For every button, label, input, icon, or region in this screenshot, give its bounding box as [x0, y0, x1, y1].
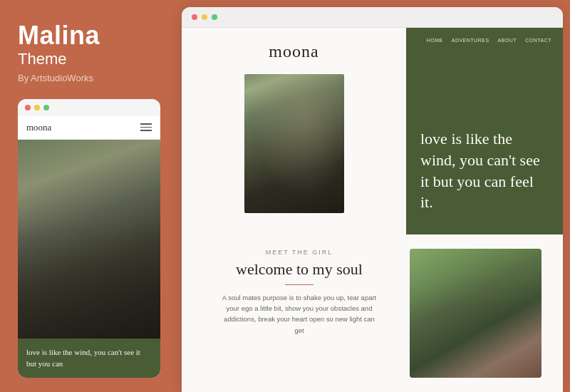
wedding-couple-image-main: [244, 74, 344, 213]
meet-label: MEET THE GIRL: [266, 249, 333, 256]
sidebar: Malina Theme By ArtstudioWorks moona lov…: [0, 0, 175, 392]
theme-title: Malina Theme By ArtstudioWorks: [18, 21, 160, 99]
site-logo: moona: [269, 42, 318, 61]
nav-about[interactable]: ABOUT: [498, 38, 517, 43]
hero-quote-text: love is like the wind, you can't see it …: [420, 128, 549, 213]
welcome-body-text: A soul mates purpose is to shake you up,…: [221, 292, 378, 336]
theme-subtitle: Theme: [18, 50, 160, 68]
theme-author: By ArtstudioWorks: [18, 73, 160, 83]
browser-top-section: moona HOME ADVENTURES ABOUT CONTACT love…: [182, 28, 563, 234]
welcome-section: MEET THE GIRL welcome to my soul A soul …: [203, 249, 395, 378]
dot-yellow: [34, 105, 40, 110]
outdoor-image-container: [410, 249, 542, 378]
main-hero-image-container: [244, 74, 344, 213]
mobile-hero-image: [18, 140, 160, 339]
divider: [285, 284, 314, 285]
browser-dot-yellow: [202, 14, 207, 20]
mobile-preview-card: moona love is like the wind, you can't s…: [18, 99, 160, 378]
browser-window: moona HOME ADVENTURES ABOUT CONTACT love…: [182, 7, 563, 392]
welcome-title: welcome to my soul: [236, 260, 363, 279]
mobile-quote-block: love is like the wind, you can't see it …: [18, 339, 160, 378]
wedding-couple-image-mobile: [18, 140, 160, 339]
browser-dot-red: [192, 14, 197, 20]
mobile-quote-text: love is like the wind, you can't see it …: [26, 348, 140, 367]
hero-section: HOME ADVENTURES ABOUT CONTACT love is li…: [406, 28, 563, 234]
mobile-window-dots: [18, 99, 160, 116]
browser-chrome: [182, 7, 563, 28]
content-left: moona: [182, 28, 406, 234]
dot-green: [43, 105, 49, 110]
hamburger-line-1: [140, 123, 152, 125]
nav-home[interactable]: HOME: [427, 38, 443, 43]
nav-contact[interactable]: CONTACT: [525, 38, 551, 43]
hamburger-line-3: [140, 130, 152, 131]
mobile-nav: moona: [18, 116, 160, 140]
hero-quote-block: love is like the wind, you can't see it …: [406, 117, 563, 234]
outdoor-couple-image: [410, 249, 542, 378]
dot-red: [25, 105, 31, 110]
site-navigation: HOME ADVENTURES ABOUT CONTACT: [406, 28, 563, 43]
nav-adventures[interactable]: ADVENTURES: [452, 38, 489, 43]
browser-dot-green: [212, 14, 217, 20]
mobile-site-logo: moona: [26, 122, 51, 133]
hamburger-menu-icon[interactable]: [140, 123, 152, 131]
theme-name: Malina: [18, 21, 160, 50]
browser-bottom-section: MEET THE GIRL welcome to my soul A soul …: [182, 234, 563, 392]
browser-body: moona HOME ADVENTURES ABOUT CONTACT love…: [182, 28, 563, 392]
hamburger-line-2: [140, 127, 152, 128]
